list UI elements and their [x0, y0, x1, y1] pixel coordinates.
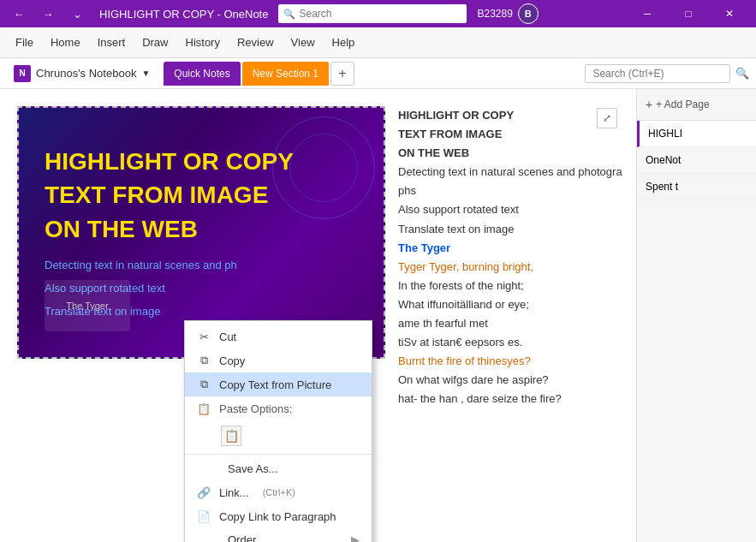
ctx-icon-1: ⧉: [197, 354, 211, 367]
add-page-button[interactable]: + + Add Page: [637, 89, 756, 121]
ctx-item-0[interactable]: ✂Cut: [185, 325, 372, 348]
title-bar: ← → ⌄ HIGHLIGHT OR COPY - OneNote 🔍 B232…: [0, 0, 756, 27]
sidebar-page-2[interactable]: Spent t: [637, 174, 756, 200]
notebook-bar: N Chrunos's Notebook ▼ Quick Notes New S…: [0, 58, 756, 89]
ctx-item-8[interactable]: Order▶: [185, 528, 372, 542]
ctx-icon-7: 📄: [197, 509, 211, 523]
tab-quick-notes-label: Quick Notes: [174, 68, 229, 80]
minimize-button[interactable]: ─: [628, 0, 667, 27]
text-content-area: HIGHLIGHT OR COPYTEXT FROM IMAGEON THE W…: [398, 106, 632, 409]
text-line-5: Also support rotated text: [398, 200, 632, 219]
page-content: ⤢ HIGHLIGHT OR COPY TEXT FROM IMAGE ON T…: [0, 89, 636, 542]
ctx-icon-6: 🔗: [197, 485, 211, 499]
text-line-0: HIGHLIGHT OR COPY: [398, 106, 632, 125]
maximize-button[interactable]: □: [669, 0, 708, 27]
sidebar-page-1[interactable]: OneNot: [637, 147, 756, 174]
menu-item-draw[interactable]: Draw: [134, 33, 176, 52]
search-input[interactable]: [299, 8, 436, 20]
avatar[interactable]: B: [518, 3, 539, 24]
user-area: B23289 B: [477, 3, 538, 24]
ctx-item-2[interactable]: ⧉Copy Text from Picture: [185, 372, 372, 396]
tab-new-section[interactable]: New Section 1: [242, 62, 329, 86]
notebook-search[interactable]: 🔍: [585, 64, 749, 83]
notebook-search-input[interactable]: [585, 64, 730, 83]
menu-item-history[interactable]: History: [177, 33, 229, 52]
tab-new-section-label: New Section 1: [253, 68, 318, 80]
menu-item-insert[interactable]: Insert: [89, 33, 134, 52]
ctx-label-2: Copy Text from Picture: [219, 378, 331, 391]
ctx-arrow-8: ▶: [351, 533, 360, 542]
window-controls: ─ □ ✕: [628, 0, 749, 27]
text-line-1: TEXT FROM IMAGE: [398, 125, 632, 144]
text-line-4: phs: [398, 182, 632, 200]
text-line-6: Translate text on image: [398, 220, 632, 239]
ctx-icon-2: ⧉: [197, 378, 211, 391]
more-button[interactable]: ⌄: [65, 2, 89, 26]
titlebar-left: ← → ⌄: [7, 2, 89, 26]
ctx-label-1: Copy: [219, 354, 245, 367]
small-book-text: The Tyger: [66, 301, 108, 311]
sidebar-page-0[interactable]: HIGHLI: [637, 121, 756, 147]
ctx-label-7: Copy Link to Paragraph: [219, 510, 336, 523]
tab-quick-notes[interactable]: Quick Notes: [164, 62, 240, 86]
search-icon: 🔍: [283, 9, 295, 20]
forward-button[interactable]: →: [36, 2, 60, 26]
menu-item-home[interactable]: Home: [42, 33, 89, 52]
ctx-label-6: Link...: [219, 486, 249, 499]
ctx-paste-icons-row[interactable]: 📋: [185, 420, 372, 451]
text-line-13: Burnt the fire of thinesyes?: [398, 352, 632, 371]
menu-bar: FileHomeInsertDrawHistoryReviewViewHelp: [0, 27, 756, 58]
ctx-item-7[interactable]: 📄Copy Link to Paragraph: [185, 504, 372, 528]
menu-item-help[interactable]: Help: [324, 33, 364, 52]
notebook-selector[interactable]: N Chrunos's Notebook ▼: [7, 62, 157, 86]
ctx-item-3: 📋Paste Options:: [185, 396, 372, 420]
text-line-10: What iffunoitälliand or eye;: [398, 295, 632, 314]
notebook-name-text: Chrunos's Notebook: [36, 67, 136, 80]
ctx-shortcut-6: (Ctrl+K): [263, 487, 295, 497]
text-line-3: Detecting text in natural scenes and pho…: [398, 163, 632, 182]
app-title: HIGHLIGHT OR COPY - OneNote: [99, 8, 268, 21]
ctx-label-8: Order: [228, 533, 256, 542]
menu-item-file[interactable]: File: [7, 33, 42, 52]
image-sub-1: Detecting text in natural scenes and ph: [45, 259, 358, 271]
ctx-item-1[interactable]: ⧉Copy: [185, 348, 372, 372]
menu-item-review[interactable]: Review: [229, 33, 283, 52]
add-page-label: + Add Page: [656, 98, 709, 110]
pages-list: HIGHLIOneNotSpent t: [637, 121, 756, 200]
search-box[interactable]: 🔍: [278, 4, 467, 23]
ctx-label-5: Save As...: [228, 462, 278, 475]
text-line-9: In the forests of the night;: [398, 277, 632, 295]
back-button[interactable]: ←: [7, 2, 31, 26]
context-menu: ✂Cut⧉Copy⧉Copy Text from Picture📋Paste O…: [184, 320, 372, 542]
ctx-item-5[interactable]: Save As...: [185, 457, 372, 480]
sidebar: + + Add Page HIGHLIOneNotSpent t: [636, 89, 756, 542]
ctx-icon-3: 📋: [197, 402, 211, 415]
user-id: B23289: [477, 8, 512, 20]
close-button[interactable]: ✕: [710, 0, 749, 27]
menu-item-view[interactable]: View: [283, 33, 324, 52]
small-book-image: The Tyger: [45, 280, 130, 331]
ctx-icon-0: ✂: [197, 330, 211, 343]
notebook-icon: N: [14, 65, 31, 82]
text-line-11: ame th fearful met: [398, 314, 632, 333]
image-title-3: ON THE WEB: [45, 215, 358, 244]
ctx-label-0: Cut: [219, 331, 236, 343]
add-page-icon: +: [646, 98, 652, 111]
ctx-item-6[interactable]: 🔗Link...(Ctrl+K): [185, 480, 372, 504]
ctx-separator-5: [185, 454, 372, 455]
main-area: ⤢ HIGHLIGHT OR COPY TEXT FROM IMAGE ON T…: [0, 89, 756, 542]
text-line-8: Tyger Tyger, burning bright,: [398, 258, 632, 277]
paste-icon-button[interactable]: 📋: [221, 426, 241, 446]
search-btn-icon[interactable]: 🔍: [735, 67, 749, 80]
section-tabs: Quick Notes New Section 1 +: [164, 62, 354, 86]
text-line-7: The Tyger: [398, 239, 632, 258]
text-line-12: tiSv at istan€ eepsors es.: [398, 333, 632, 352]
text-line-14: On what wifgs dare he aspire?: [398, 371, 632, 390]
notebook-dropdown-icon: ▼: [141, 68, 150, 78]
ctx-label-3: Paste Options:: [219, 402, 292, 415]
text-line-2: ON THE WEB: [398, 144, 632, 163]
add-section-button[interactable]: +: [330, 62, 354, 86]
text-line-15: hat- the han , dare seize the fire?: [398, 390, 632, 408]
circle-decoration-2: [289, 134, 358, 202]
